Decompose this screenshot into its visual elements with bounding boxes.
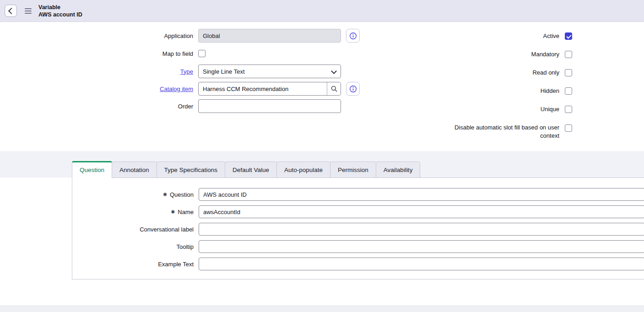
tooltip-input[interactable]	[199, 240, 644, 253]
bottom-bar	[0, 306, 644, 312]
map-to-field-checkbox[interactable]	[198, 50, 206, 57]
tab-availability[interactable]: Availability	[376, 161, 421, 178]
header: Variable AWS account ID	[0, 0, 644, 22]
name-row: Name	[72, 205, 644, 219]
hidden-row: Hidden	[446, 87, 572, 95]
back-button[interactable]	[5, 5, 17, 17]
read-only-checkbox[interactable]	[565, 69, 572, 76]
catalog-item-lookup-button[interactable]	[327, 82, 341, 95]
question-input[interactable]	[199, 188, 644, 201]
question-label: Question	[72, 191, 199, 198]
disable-slot-fill-row: Disable automatic slot fill based on use…	[446, 124, 572, 140]
example-text-row: Example Text	[72, 257, 644, 271]
tab-annotation[interactable]: Annotation	[112, 161, 157, 178]
example-text-label: Example Text	[72, 261, 199, 268]
read-only-label: Read only	[532, 69, 559, 77]
name-input[interactable]	[199, 205, 644, 218]
conversational-label-label: Conversational label	[72, 226, 199, 233]
conversational-label-row: Conversational label	[72, 222, 644, 236]
map-to-field-label: Map to field	[0, 50, 198, 57]
catalog-item-input[interactable]	[199, 82, 327, 95]
record-type-title: Variable	[38, 4, 82, 11]
mandatory-row: Mandatory	[446, 50, 572, 59]
question-row: Question	[72, 188, 644, 201]
disable-slot-fill-checkbox[interactable]	[565, 124, 572, 132]
title-block: Variable AWS account ID	[38, 4, 82, 18]
type-row: Type Single Line Text	[0, 64, 341, 79]
question-tab-panel: Question Name Conversational label Toolt…	[72, 178, 644, 280]
order-input[interactable]	[198, 99, 341, 113]
tooltip-row: Tooltip	[72, 240, 644, 253]
tab-section: Question Annotation Type Specifications …	[0, 151, 644, 312]
form-area: Application Map to field Type Single Lin…	[0, 22, 644, 151]
tab-default-value[interactable]: Default Value	[225, 161, 277, 178]
catalog-item-info-button[interactable]	[346, 82, 360, 96]
application-row: Application	[0, 28, 360, 43]
type-label-link[interactable]: Type	[0, 68, 198, 75]
tooltip-label: Tooltip	[72, 243, 199, 250]
unique-row: Unique	[446, 105, 572, 113]
type-select-wrap: Single Line Text	[198, 65, 341, 78]
info-icon	[349, 85, 357, 93]
application-input	[198, 29, 341, 43]
mandatory-label: Mandatory	[531, 50, 559, 59]
unique-label: Unique	[541, 105, 559, 113]
tab-auto-populate[interactable]: Auto-populate	[276, 161, 330, 178]
catalog-item-label-link[interactable]: Catalog item	[0, 86, 198, 92]
disable-slot-fill-label: Disable automatic slot fill based on use…	[448, 124, 559, 140]
read-only-row: Read only	[446, 69, 572, 77]
catalog-item-row: Catalog item	[0, 81, 360, 96]
hidden-checkbox[interactable]	[565, 87, 572, 95]
map-to-field-row: Map to field	[0, 46, 206, 61]
application-info-button[interactable]	[346, 29, 360, 43]
chevron-left-icon	[8, 7, 15, 14]
active-label: Active	[543, 32, 559, 40]
search-icon	[330, 85, 338, 92]
conversational-label-input[interactable]	[199, 223, 644, 236]
unique-checkbox[interactable]	[565, 106, 572, 113]
application-label: Application	[0, 32, 198, 39]
order-row: Order	[0, 99, 341, 113]
active-checkbox[interactable]	[565, 32, 572, 40]
order-label: Order	[0, 103, 198, 110]
mandatory-checkbox[interactable]	[565, 51, 572, 58]
catalog-item-field-group	[198, 82, 341, 96]
type-select[interactable]: Single Line Text	[198, 65, 341, 78]
tab-type-specifications[interactable]: Type Specifications	[157, 161, 225, 178]
active-row: Active	[446, 32, 572, 40]
info-icon	[349, 32, 357, 40]
name-label: Name	[72, 209, 199, 215]
tab-bar: Question Annotation Type Specifications …	[72, 161, 420, 178]
tab-question[interactable]: Question	[72, 161, 112, 178]
record-title: AWS account ID	[38, 11, 82, 18]
menu-icon[interactable]	[25, 8, 32, 14]
hidden-label: Hidden	[541, 87, 559, 95]
tab-permission[interactable]: Permission	[330, 161, 376, 178]
example-text-input[interactable]	[199, 258, 644, 270]
